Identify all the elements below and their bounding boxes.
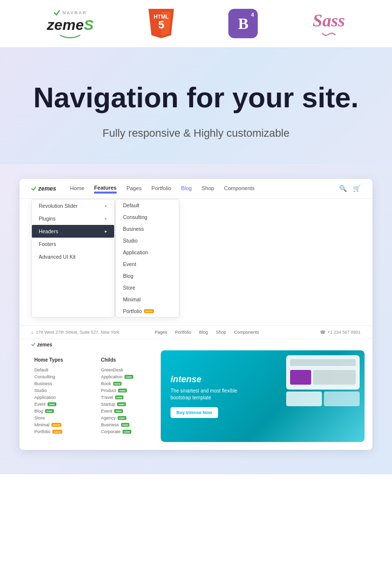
ch-product: Product new <box>101 387 146 394</box>
ht-event: Event new <box>34 401 79 408</box>
dropdown-l2-minimal[interactable]: Minimal <box>116 294 179 305</box>
dropdown-l2-portfolio[interactable]: Portfolio soon <box>116 305 179 317</box>
navbar-second-nav[interactable]: Pages Portfolio Blog Shop Components <box>155 330 259 335</box>
dropdown-l2-business[interactable]: Business <box>116 223 179 235</box>
nav-portfolio[interactable]: Portfolio <box>151 185 171 192</box>
intense-decoration <box>273 350 365 442</box>
nav-pages[interactable]: Pages <box>126 185 142 192</box>
ht-minimal: Minimal soon <box>34 421 79 428</box>
intense-buy-button[interactable]: Buy Intense Now <box>171 407 218 418</box>
ht-portfolio-soon-badge: soon <box>52 430 62 434</box>
nav-second-pages[interactable]: Pages <box>155 330 168 335</box>
deco-blocks-row <box>286 392 360 406</box>
ch-event: Event new <box>101 408 146 415</box>
home-types-title: Home Types <box>34 357 79 363</box>
address-text: ⌕ 178 West 27th Street, Suite 527, New Y… <box>31 330 119 335</box>
nav-second-components[interactable]: Components <box>234 330 259 335</box>
nav-components[interactable]: Components <box>224 185 254 192</box>
ch-product-new-badge: new <box>118 389 127 392</box>
dropdown-item-plugins[interactable]: Plugins ▸ <box>32 212 114 225</box>
ch-corporate: Corporate new <box>101 428 146 435</box>
search-icon[interactable]: 🔍 <box>339 185 347 192</box>
zemes-smile-icon <box>59 34 81 38</box>
dropdown-area: Revolution Slider ▸ Plugins ▸ Headers ▸ … <box>20 199 372 325</box>
ht-application: Application <box>34 394 79 401</box>
demo-section: zemes Home Features Pages Portfolio Blog… <box>0 164 392 474</box>
lower-demo: Home Types Default Consulting Business S… <box>20 350 372 450</box>
dropdown-item-revolution-slider[interactable]: Revolution Slider ▸ <box>32 199 114 212</box>
second-logo-text: zemes <box>37 342 52 347</box>
ch-app-new-badge: new <box>124 375 133 379</box>
ch-startup-new-badge: new <box>117 402 126 406</box>
cart-icon[interactable]: 🛒 <box>353 185 361 192</box>
zemes-wordmark: zemeS <box>47 17 94 33</box>
ch-corporate-new-badge: new <box>122 430 131 434</box>
ch-business: Business new <box>101 421 146 428</box>
navbar-top: zemes Home Features Pages Portfolio Blog… <box>20 179 372 199</box>
chevron-right-icon: ▸ <box>105 229 107 234</box>
navbar-second: ⌕ 178 West 27th Street, Suite 527, New Y… <box>20 325 372 339</box>
ch-business-new-badge: new <box>121 423 130 427</box>
ch-agency: Agency new <box>101 415 146 421</box>
dropdown-l2-default[interactable]: Default <box>116 199 179 211</box>
dropdown-item-advanced-ui-kit[interactable]: Advanced UI Kit <box>32 250 114 263</box>
svg-text:5: 5 <box>158 19 164 31</box>
ch-application: Application new <box>101 373 146 380</box>
dropdown-l2-studio[interactable]: Studio <box>116 235 179 246</box>
ht-store: Store <box>34 415 79 421</box>
intense-subtitle: The smartest and most flexible bootstrap… <box>171 388 239 401</box>
demo-logo-text: zemes <box>38 185 56 192</box>
html5-icon: 5 HTML <box>148 9 174 38</box>
phone-icon: ☎ <box>320 330 325 335</box>
ch-startup: Startup new <box>101 401 146 408</box>
ch-travel: Travel new <box>101 394 146 401</box>
ht-portfolio: Portfolio soon <box>34 428 79 435</box>
ch-agency-new-badge: new <box>118 416 126 420</box>
dropdown-item-headers[interactable]: Headers ▸ <box>32 225 114 238</box>
navbar-label: NAVBAR <box>62 10 87 15</box>
demo-nav[interactable]: Home Features Pages Portfolio Blog Shop … <box>70 185 325 193</box>
bootstrap-version: 4 <box>251 12 254 18</box>
nav-second-portfolio[interactable]: Portfolio <box>175 330 191 335</box>
second-logo-icon <box>31 343 35 346</box>
sass-wordmark: Sass <box>313 11 345 30</box>
chevron-right-icon: ▸ <box>105 203 107 208</box>
dropdown-l2: Default Consulting Business Studio Appli… <box>116 199 179 318</box>
ch-book-new-badge: new <box>113 382 122 386</box>
nav-home[interactable]: Home <box>70 185 84 192</box>
dropdown-l2-application[interactable]: Application <box>116 246 179 258</box>
svg-text:HTML: HTML <box>153 14 169 20</box>
nav-features[interactable]: Features <box>94 185 117 193</box>
nav-second-shop[interactable]: Shop <box>216 330 226 335</box>
nav-shop[interactable]: Shop <box>202 185 215 192</box>
bootstrap-badge: B 4 <box>228 9 258 38</box>
dropdown-item-footers[interactable]: Footers <box>32 238 114 250</box>
ch-event-new-badge: new <box>114 409 123 413</box>
navbar-demo: zemes Home Features Pages Portfolio Blog… <box>20 179 372 450</box>
ch-travel-new-badge: new <box>115 395 124 399</box>
ht-default: Default <box>34 367 79 373</box>
top-bar: NAVBAR zemeS 5 HTML B 4 Sass <box>0 0 392 48</box>
location-icon: ⌕ <box>31 330 34 335</box>
dropdown-l2-consulting[interactable]: Consulting <box>116 211 179 223</box>
childs-panel: Childs GreenDesk Application new Book ne… <box>94 350 153 442</box>
dropdown-l2-blog[interactable]: Blog <box>116 270 179 282</box>
dropdown-l2-store[interactable]: Store <box>116 282 179 294</box>
ch-book: Book new <box>101 380 146 387</box>
intense-panel: intense The smartest and most flexible b… <box>161 350 365 442</box>
second-logo-bar: zemes <box>20 339 372 350</box>
dropdown-l2-event[interactable]: Event <box>116 258 179 270</box>
nav-second-blog[interactable]: Blog <box>199 330 208 335</box>
sass-underline <box>321 31 336 37</box>
home-types-panel: Home Types Default Consulting Business S… <box>27 350 86 442</box>
hero-title: Navigation for your site. <box>29 82 363 113</box>
ht-blog: Blog new <box>34 408 79 415</box>
hero-section: Navigation for your site. Fully responsi… <box>0 48 392 164</box>
ch-greendesk: GreenDesk <box>101 367 146 373</box>
deco-small-2 <box>324 392 360 406</box>
childs-title: Childs <box>101 357 146 363</box>
nav-blog[interactable]: Blog <box>181 185 192 192</box>
hero-subtitle: Fully responsive & Highly customizable <box>29 127 363 140</box>
blog-new-badge: new <box>45 409 54 413</box>
deco-small-1 <box>286 392 322 406</box>
